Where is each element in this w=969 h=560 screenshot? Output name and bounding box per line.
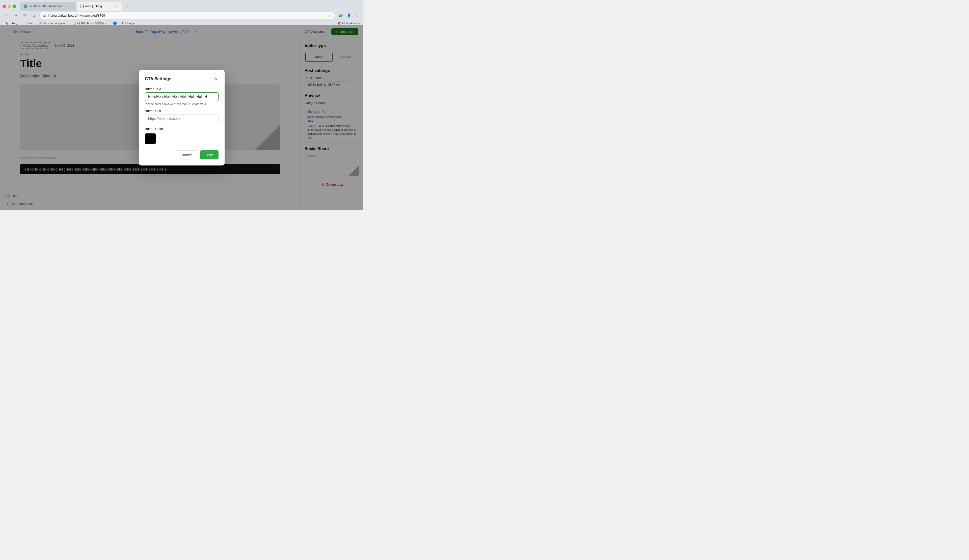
bookmark-icon-pi: 🔵 (113, 22, 117, 25)
bookmark-pi[interactable]: 🔵 (111, 21, 119, 25)
back-button[interactable]: ← (3, 12, 10, 19)
tab-title-1: localhost:3000/dashboard/m (29, 5, 67, 8)
color-swatch[interactable] (145, 133, 156, 144)
save-button[interactable]: save (200, 150, 218, 160)
bookmark-google[interactable]: G Google (120, 21, 137, 25)
tab-favicon-2: 📝 (80, 5, 84, 8)
cancel-button[interactable]: cancel (176, 150, 197, 160)
bookmark-label-chat: https://chat.open... (43, 22, 67, 25)
cta-settings-modal: CTA Settings ✕ Button Text Please enter … (139, 70, 225, 166)
button-url-input[interactable] (145, 114, 218, 123)
browser-actions: 🧩 👤 ⋮ (337, 12, 360, 19)
button-text-error: Please enter a text with less than 25 ch… (145, 102, 218, 105)
bookmark-label-google: Google (125, 22, 135, 25)
tab-title-2: Post | inblog (85, 5, 113, 8)
modal-header: CTA Settings ✕ (145, 76, 218, 82)
tab-close-1[interactable]: ✕ (68, 4, 72, 8)
browser-tab-1[interactable]: 🌐 localhost:3000/dashboard/m ✕ (20, 2, 76, 11)
url-text: inblog.ai/dashboard/mymymyblog/3709 (48, 13, 327, 17)
close-window-button[interactable] (3, 5, 6, 8)
bookmark-icon-google: G (122, 22, 124, 25)
minimize-window-button[interactable] (8, 5, 11, 8)
bookmark-label-inblog: inblog (10, 22, 18, 25)
bookmark-icon-seoul: 📋 (72, 22, 76, 25)
button-color-section: Button Color (145, 127, 218, 144)
browser-tab-2[interactable]: 📝 Post | inblog ✕ (77, 2, 122, 11)
button-color-label: Button Color (145, 127, 218, 131)
tab-bar: 🌐 localhost:3000/dashboard/m ✕ 📝 Post | … (0, 0, 363, 11)
forward-button[interactable]: → (12, 12, 19, 19)
bookmark-inblog[interactable]: 🔖 inblog (3, 21, 20, 25)
modal-footer: cancel save (145, 150, 218, 160)
reload-button[interactable]: ↻ (21, 12, 28, 19)
new-tab-button[interactable]: + (123, 3, 131, 10)
app-container: ← ← Dashboard https://inblog.ai/mymymybl… (0, 25, 363, 210)
all-bookmarks-button[interactable]: 📚 All Bookmarks (337, 22, 361, 25)
maximize-window-button[interactable] (13, 5, 16, 8)
browser-chrome: 🌐 localhost:3000/dashboard/m ✕ 📝 Post | … (0, 0, 363, 25)
bookmark-bard[interactable]: ✨ Bard (21, 21, 36, 25)
url-bar[interactable]: 🔒 inblog.ai/dashboard/mymymyblog/3709 ☆ (39, 12, 335, 19)
lock-icon: 🔒 (43, 13, 47, 17)
button-text-label: Button Text (145, 87, 218, 91)
address-bar: ← → ↻ ⌂ 🔒 inblog.ai/dashboard/mymymyblog… (0, 11, 363, 20)
modal-title: CTA Settings (145, 76, 171, 81)
button-text-input[interactable] (145, 92, 218, 101)
menu-button[interactable]: ⋮ (353, 12, 360, 19)
tab-close-2[interactable]: ✕ (115, 4, 118, 8)
bookmark-icon-chat: 🔗 (38, 22, 42, 25)
modal-overlay[interactable]: CTA Settings ✕ Button Text Please enter … (0, 25, 363, 210)
button-url-label: Button URL (145, 109, 218, 113)
bookmark-icon-inblog: 🔖 (5, 22, 9, 25)
home-button[interactable]: ⌂ (30, 12, 37, 19)
all-bookmarks-label: All Bookmarks (342, 22, 361, 25)
bookmark-label-bard: Bard (28, 22, 33, 25)
profile-button[interactable]: 👤 (345, 12, 352, 19)
bookmark-label-seoul: 서울대학교 - 캘린더 -... (77, 21, 108, 25)
bookmark-icon-bard: ✨ (23, 22, 27, 25)
extensions-button[interactable]: 🧩 (337, 12, 344, 19)
modal-close-button[interactable]: ✕ (213, 76, 218, 82)
bookmark-seoul[interactable]: 📋 서울대학교 - 캘린더 -... (70, 21, 110, 25)
bookmark-star-icon[interactable]: ☆ (328, 13, 332, 17)
all-bookmarks-icon: 📚 (337, 22, 341, 25)
tab-favicon-1: 🌐 (24, 5, 27, 8)
window-controls (3, 5, 16, 8)
bookmark-chat[interactable]: 🔗 https://chat.open... (37, 21, 69, 25)
